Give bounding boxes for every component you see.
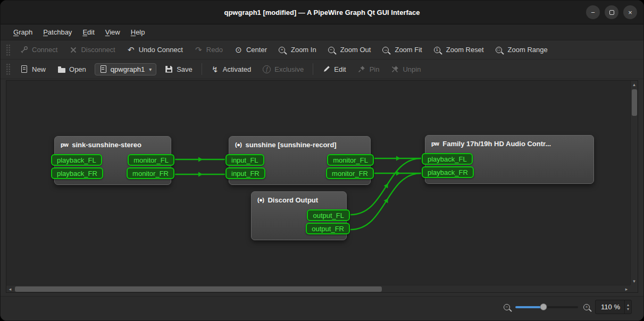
scroll-down-arrow[interactable]: ▾ bbox=[631, 277, 638, 285]
session-combobox-value: qpwgraph1 bbox=[111, 65, 145, 73]
session-file-icon bbox=[99, 65, 107, 73]
disconnect-icon bbox=[69, 46, 77, 54]
activated-button[interactable]: ↯ Activated bbox=[206, 63, 256, 76]
menu-graph[interactable]: Graph bbox=[8, 24, 38, 40]
port-input[interactable]: input_FL bbox=[225, 154, 264, 166]
menu-edit[interactable]: Edit bbox=[77, 24, 99, 40]
scrollbar-corner bbox=[630, 285, 638, 292]
activated-lightning-icon: ↯ bbox=[211, 65, 219, 73]
scroll-up-arrow[interactable]: ▴ bbox=[631, 81, 638, 88]
menubar: Graph Patchbay Edit View Help bbox=[1, 24, 643, 40]
edit-pencil-icon bbox=[322, 65, 330, 73]
center-icon: ⊙ bbox=[235, 46, 242, 54]
save-button[interactable]: Save bbox=[160, 63, 198, 76]
toolbar-separator bbox=[313, 63, 313, 75]
menu-patchbay[interactable]: Patchbay bbox=[38, 24, 77, 40]
zoom-reset-button[interactable]: 1 Zoom Reset bbox=[429, 43, 489, 56]
open-button[interactable]: Open bbox=[52, 63, 91, 76]
close-button[interactable]: × bbox=[623, 5, 637, 19]
graph-toolbar: Connect Disconnect ↶ Undo Connect ↷ Redo… bbox=[1, 40, 643, 60]
save-icon bbox=[165, 66, 173, 73]
scroll-right-arrow[interactable]: ▸ bbox=[623, 285, 630, 293]
audio-app-icon: (●) bbox=[235, 141, 241, 148]
pin-button[interactable]: Pin bbox=[353, 63, 385, 76]
zoom-out-button[interactable]: − Zoom Out bbox=[323, 43, 377, 56]
node-title: pw Family 17h/19h HD Audio Contr... bbox=[425, 136, 593, 151]
connect-icon bbox=[20, 46, 28, 54]
close-icon: × bbox=[628, 9, 632, 16]
titlebar[interactable]: qpwgraph1 [modified] — A PipeWire Graph … bbox=[1, 1, 643, 24]
port-input[interactable]: playback_FL bbox=[422, 153, 473, 165]
node-discord-output[interactable]: (●) Discord Output output_FL output_FR bbox=[251, 191, 347, 240]
zoom-range-button[interactable]: □ Zoom Range bbox=[490, 43, 553, 56]
zoom-range-icon: □ bbox=[496, 47, 504, 53]
zoom-slider-handle[interactable] bbox=[540, 303, 547, 310]
scroll-left-arrow[interactable]: ◂ bbox=[6, 285, 14, 293]
port-input[interactable]: input_FR bbox=[225, 167, 265, 179]
port-output[interactable]: monitor_FR bbox=[326, 167, 374, 179]
unpin-button[interactable]: Unpin bbox=[386, 63, 426, 76]
node-sunshine[interactable]: (●) sunshine [sunshine-record] input_FL … bbox=[229, 136, 371, 185]
port-input[interactable]: playback_FR bbox=[422, 166, 474, 178]
statusbar: − + 110 % ▴ ▾ bbox=[1, 296, 643, 320]
audio-app-icon: (●) bbox=[257, 197, 264, 203]
zoom-in-icon: + bbox=[279, 47, 287, 53]
horizontal-scrollbar-thumb[interactable] bbox=[15, 286, 382, 292]
node-title: (●) Discord Output bbox=[252, 192, 346, 208]
port-output[interactable]: monitor_FR bbox=[127, 167, 174, 179]
zoom-out-icon: − bbox=[328, 47, 337, 53]
new-button[interactable]: New bbox=[15, 63, 51, 76]
exclusive-button[interactable]: ƒ Exclusive bbox=[257, 63, 309, 76]
graph-canvas-frame: pw sink-sunshine-stereo playback_FL moni… bbox=[6, 80, 638, 293]
toolbar-separator bbox=[202, 63, 202, 75]
window-title: qpwgraph1 [modified] — A PipeWire Graph … bbox=[224, 9, 420, 16]
node-family-hd-audio[interactable]: pw Family 17h/19h HD Audio Contr... play… bbox=[425, 135, 594, 184]
port-output[interactable]: monitor_FL bbox=[128, 154, 174, 166]
disconnect-button[interactable]: Disconnect bbox=[64, 43, 120, 56]
unpin-icon bbox=[391, 65, 399, 73]
horizontal-scrollbar[interactable]: ◂ ▸ bbox=[6, 285, 630, 292]
toolbar-grip[interactable] bbox=[6, 63, 11, 75]
zoom-in-button[interactable]: + Zoom In bbox=[273, 43, 322, 56]
center-button[interactable]: ⊙ Center bbox=[229, 43, 272, 56]
node-title: (●) sunshine [sunshine-record] bbox=[229, 137, 370, 153]
port-output[interactable]: monitor_FL bbox=[327, 154, 374, 166]
vertical-scrollbar[interactable]: ▴ ▾ bbox=[630, 81, 638, 285]
menu-view[interactable]: View bbox=[100, 24, 126, 40]
redo-button[interactable]: ↷ Redo bbox=[189, 43, 228, 56]
undo-icon: ↶ bbox=[127, 46, 135, 54]
toolbar-grip[interactable] bbox=[6, 44, 11, 56]
zoom-spinbox[interactable]: 110 % ▴ ▾ bbox=[595, 300, 632, 314]
connect-button[interactable]: Connect bbox=[15, 43, 63, 56]
file-toolbar: New Open qpwgraph1 ▾ Save ↯ Activated ƒ … bbox=[1, 60, 643, 79]
port-input[interactable]: playback_FL bbox=[51, 154, 102, 166]
maximize-icon bbox=[609, 10, 614, 15]
port-output[interactable]: output_FL bbox=[307, 209, 350, 221]
pin-icon bbox=[358, 65, 366, 73]
window-controls: − × bbox=[586, 1, 637, 24]
vertical-scrollbar-thumb[interactable] bbox=[632, 89, 637, 116]
zoom-fit-button[interactable]: ↔ Zoom Fit bbox=[377, 43, 427, 56]
undo-connect-button[interactable]: ↶ Undo Connect bbox=[122, 43, 188, 56]
zoom-reset-icon: 1 bbox=[434, 47, 442, 53]
zoom-value: 110 % bbox=[601, 303, 620, 311]
zoom-out-small-icon[interactable]: − bbox=[504, 304, 510, 310]
zoom-fit-icon: ↔ bbox=[382, 47, 391, 53]
node-title: pw sink-sunshine-stereo bbox=[55, 137, 171, 153]
session-combobox[interactable]: qpwgraph1 ▾ bbox=[95, 63, 156, 75]
zoom-in-small-icon[interactable]: + bbox=[583, 304, 590, 310]
minimize-icon: − bbox=[591, 9, 595, 16]
chevron-down-icon: ▾ bbox=[149, 66, 152, 72]
node-sink-sunshine-stereo[interactable]: pw sink-sunshine-stereo playback_FL moni… bbox=[54, 136, 171, 185]
zoom-slider[interactable] bbox=[515, 302, 578, 312]
spin-down-icon[interactable]: ▾ bbox=[627, 307, 629, 311]
graph-canvas[interactable]: pw sink-sunshine-stereo playback_FL moni… bbox=[6, 81, 630, 285]
app-window: qpwgraph1 [modified] — A PipeWire Graph … bbox=[0, 0, 644, 321]
zoom-slider-fill bbox=[515, 306, 543, 308]
minimize-button[interactable]: − bbox=[586, 5, 600, 19]
edit-button[interactable]: Edit bbox=[317, 63, 351, 76]
port-output[interactable]: output_FR bbox=[306, 223, 350, 234]
maximize-button[interactable] bbox=[605, 5, 618, 19]
menu-help[interactable]: Help bbox=[126, 24, 150, 40]
port-input[interactable]: playback_FR bbox=[51, 167, 103, 179]
